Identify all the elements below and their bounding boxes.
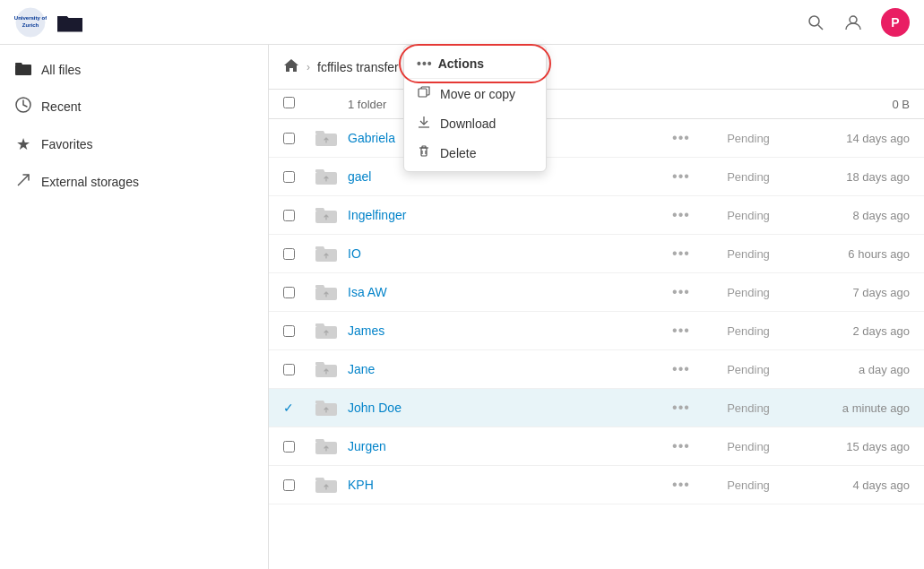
table-row: Isa AW ••• Pending 7 days ago [269, 273, 924, 312]
table-row: KPH ••• Pending 4 days ago [269, 466, 924, 504]
sidebar: All files Recent ★ Favorites External [0, 45, 269, 569]
row-check[interactable] [283, 441, 315, 453]
row-check[interactable] [283, 248, 315, 260]
row-name[interactable]: Jurgen [348, 439, 659, 453]
more-actions-button[interactable]: ••• [669, 280, 694, 304]
breadcrumb-home[interactable] [283, 57, 299, 77]
header-check[interactable] [283, 97, 315, 111]
row-checkbox[interactable] [283, 171, 295, 183]
row-status: Pending [704, 132, 793, 145]
row-check[interactable] [283, 171, 315, 183]
more-actions-button[interactable]: ••• [669, 473, 694, 496]
row-actions[interactable]: ••• [659, 319, 704, 342]
context-menu-item-move-copy[interactable]: Move or copy [404, 79, 546, 108]
row-folder-icon [315, 245, 348, 263]
more-actions-button[interactable]: ••• [669, 242, 694, 265]
row-actions[interactable]: ••• [659, 165, 704, 188]
row-name[interactable]: Ingelfinger [348, 208, 659, 222]
context-menu-items: Move or copy Download Delete [404, 79, 546, 168]
row-checkbox[interactable] [283, 248, 295, 260]
header-right: P [806, 8, 910, 37]
all-files-icon [14, 61, 32, 79]
row-modified: a minute ago [793, 401, 910, 415]
row-name[interactable]: Isa AW [348, 285, 659, 299]
row-checkbox[interactable] [283, 325, 295, 337]
row-name[interactable]: IO [348, 246, 659, 261]
more-actions-button[interactable]: ••• [669, 165, 694, 188]
row-status: Pending [704, 363, 793, 376]
more-actions-button[interactable]: ••• [669, 435, 694, 458]
table-row: IO ••• Pending 6 hours ago [269, 235, 924, 273]
row-checkbox[interactable] [283, 479, 295, 491]
row-check[interactable] [283, 287, 315, 298]
context-menu-item-delete[interactable]: Delete [404, 138, 546, 168]
row-check[interactable]: ✓ [283, 401, 315, 415]
table-row: James ••• Pending 2 days ago [269, 312, 924, 350]
row-actions[interactable]: ••• [659, 396, 704, 419]
search-icon[interactable] [806, 13, 825, 32]
row-name[interactable]: John Doe [348, 401, 659, 415]
more-actions-button[interactable]: ••• [669, 126, 694, 150]
svg-point-5 [850, 16, 857, 23]
row-modified: 4 days ago [793, 478, 910, 492]
row-status: Pending [704, 324, 793, 338]
context-icon-delete [417, 145, 431, 160]
row-check[interactable] [283, 325, 315, 337]
user-icon[interactable] [843, 13, 863, 32]
row-actions[interactable]: ••• [659, 358, 704, 381]
row-checkbox[interactable] [283, 133, 295, 144]
row-status: Pending [704, 401, 793, 415]
top-header: University of Zurich P [0, 0, 924, 45]
row-check[interactable] [283, 210, 315, 221]
more-actions-button[interactable]: ••• [669, 396, 694, 419]
row-actions[interactable]: ••• [659, 280, 704, 304]
row-name[interactable]: Jane [348, 362, 659, 376]
row-checkbox[interactable] [283, 287, 295, 298]
external-storages-icon [14, 172, 32, 192]
row-actions[interactable]: ••• [659, 203, 704, 227]
row-modified: 18 days ago [793, 170, 910, 184]
avatar[interactable]: P [881, 8, 910, 37]
sidebar-label-recent: Recent [41, 99, 81, 114]
row-actions[interactable]: ••• [659, 435, 704, 458]
row-check[interactable] [283, 133, 315, 144]
context-label-delete: Delete [440, 146, 476, 160]
row-status: Pending [704, 170, 793, 184]
row-checkbox[interactable] [283, 210, 295, 221]
select-all-checkbox[interactable] [283, 97, 295, 108]
row-folder-icon [315, 476, 348, 494]
file-list: 1 folder 0 B Gabriela ••• Pending [269, 90, 924, 569]
row-folder-icon [315, 129, 348, 147]
row-checkbox[interactable] [283, 364, 295, 375]
context-menu-title: Actions [438, 56, 484, 71]
row-actions[interactable]: ••• [659, 242, 704, 265]
more-actions-button[interactable]: ••• [669, 203, 694, 227]
context-menu-item-download[interactable]: Download [404, 108, 546, 138]
table-row: Jane ••• Pending a day ago [269, 350, 924, 389]
row-check[interactable] [283, 364, 315, 375]
row-check[interactable] [283, 479, 315, 491]
sidebar-item-favorites[interactable]: ★ Favorites [0, 125, 268, 163]
table-row: Gabriela ••• Pending 14 days ago [269, 119, 924, 158]
more-actions-button[interactable]: ••• [669, 358, 694, 381]
svg-rect-18 [419, 89, 427, 97]
more-actions-button[interactable]: ••• [669, 319, 694, 342]
folder-icon-header[interactable] [57, 13, 82, 32]
context-menu-dots: ••• [417, 56, 433, 71]
logo-area: University of Zurich [14, 6, 47, 39]
table-row: ✓ John Doe ••• Pending a minute ago [269, 389, 924, 427]
row-actions[interactable]: ••• [659, 126, 704, 150]
sidebar-item-all-files[interactable]: All files [0, 52, 268, 88]
row-name[interactable]: James [348, 323, 659, 338]
row-checkbox[interactable] [283, 441, 295, 453]
row-name[interactable]: KPH [348, 478, 659, 492]
context-menu-header: ••• Actions [404, 49, 546, 79]
context-icon-download [417, 116, 431, 131]
sidebar-item-recent[interactable]: Recent [0, 88, 268, 125]
check-mark: ✓ [283, 401, 294, 415]
breadcrumb-folder[interactable]: fcffiles transfer [317, 60, 399, 74]
sidebar-item-external-storages[interactable]: External storages [0, 163, 268, 201]
row-actions[interactable]: ••• [659, 473, 704, 496]
row-folder-icon [315, 360, 348, 378]
row-folder-icon [315, 283, 348, 301]
